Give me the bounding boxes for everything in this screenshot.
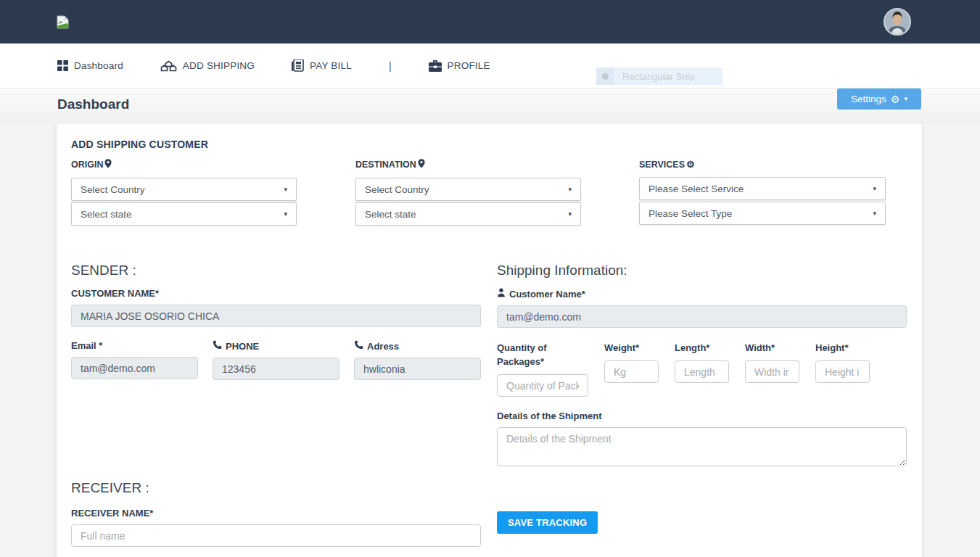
height-input[interactable] xyxy=(815,360,870,383)
width-label: Width* xyxy=(745,341,799,355)
card-title: ADD SHIPPING CUSTOMER xyxy=(71,139,907,150)
chevron-down-icon: ▾ xyxy=(904,96,907,102)
length-label: Length* xyxy=(675,341,729,355)
route-selection-row: ORIGIN Select Country ▾ Select state ▾ D… xyxy=(71,159,907,227)
chevron-down-icon: ▾ xyxy=(284,210,287,218)
receiver-section: RECEIVER : RECEIVER NAME* xyxy=(71,480,481,547)
address-field[interactable] xyxy=(354,358,481,380)
origin-country-select[interactable]: Select Country ▾ xyxy=(71,178,297,201)
shipping-customer-name-input[interactable] xyxy=(497,305,907,328)
chevron-down-icon: ▾ xyxy=(873,210,876,217)
bill-icon xyxy=(292,59,304,72)
snip-label: Rectangular Snip xyxy=(622,71,695,82)
nav-item-dashboard[interactable]: Dashboard xyxy=(57,60,123,71)
rectangular-snip-overlay: Rectangular Snip xyxy=(596,67,722,85)
receiver-name-label: RECEIVER NAME* xyxy=(71,508,481,519)
destination-label: DESTINATION xyxy=(355,159,581,170)
phone-field[interactable] xyxy=(213,358,339,380)
nav-label: ADD SHIPPING xyxy=(183,60,255,71)
nav-item-add-shipping[interactable]: ADD SHIPPING xyxy=(160,59,255,72)
service-type-select[interactable]: Please Select Type ▾ xyxy=(639,202,886,225)
length-field-cell: Length* xyxy=(675,341,729,397)
nav-item-pay-bill[interactable]: PAY BILL xyxy=(292,59,352,72)
nav-item-profile[interactable]: PROFILE xyxy=(429,60,490,72)
shipping-info-title: Shipping Information: xyxy=(497,263,907,278)
chevron-down-icon: ▾ xyxy=(568,210,572,218)
services-column: SERVICES ⚙ Please Select Service ▾ Pleas… xyxy=(639,159,886,227)
cubes-icon xyxy=(160,59,177,72)
phone-icon xyxy=(213,340,222,352)
gear-icon: ⚙ xyxy=(686,159,695,170)
address-label: Adress xyxy=(354,340,481,352)
broken-image-icon xyxy=(57,15,69,29)
width-input[interactable] xyxy=(745,360,799,383)
chevron-down-icon: ▾ xyxy=(568,186,572,193)
destination-column: DESTINATION Select Country ▾ Select stat… xyxy=(355,159,581,227)
gear-icon: ⚙ xyxy=(891,94,900,104)
shipping-customer-name-label: Customer Name* xyxy=(497,288,907,300)
person-icon xyxy=(497,288,506,300)
services-label: SERVICES ⚙ xyxy=(639,159,886,170)
phone-icon xyxy=(354,340,363,352)
phone-label: PHONE xyxy=(213,340,339,352)
phone-field-cell: PHONE xyxy=(213,340,339,380)
height-field-cell: Height* xyxy=(815,341,870,397)
email-field-cell: Email * xyxy=(71,340,198,380)
map-pin-icon xyxy=(104,159,112,170)
email-field[interactable] xyxy=(71,357,198,379)
destination-state-select[interactable]: Select state ▾ xyxy=(355,202,581,226)
settings-button-label: Settings xyxy=(851,94,886,104)
weight-label: Weight* xyxy=(604,341,659,355)
nav-label: PROFILE xyxy=(448,60,490,71)
customer-name-label: CUSTOMER NAME* xyxy=(71,288,481,299)
quantity-label: Quantity of Packages* xyxy=(497,341,588,368)
add-shipping-card: ADD SHIPPING CUSTOMER ORIGIN Select Coun… xyxy=(57,124,922,557)
sender-customer-name-input[interactable] xyxy=(71,305,481,327)
length-input[interactable] xyxy=(675,360,729,383)
height-label: Height* xyxy=(815,341,870,355)
receiver-title: RECEIVER : xyxy=(71,480,481,496)
shipping-info-column: Shipping Information: Customer Name* Qua… xyxy=(497,263,907,547)
receiver-name-input[interactable] xyxy=(71,524,481,547)
page-title: Dashboard xyxy=(57,96,129,112)
weight-input[interactable] xyxy=(604,360,659,383)
map-pin-icon xyxy=(418,159,425,170)
nav-separator: | xyxy=(389,60,392,72)
briefcase-icon xyxy=(429,60,442,72)
nav-label: PAY BILL xyxy=(310,60,352,71)
sender-column: SENDER : CUSTOMER NAME* Email * xyxy=(71,263,481,547)
quantity-field-cell: Quantity of Packages* xyxy=(497,341,588,397)
sender-title: SENDER : xyxy=(71,263,481,278)
chevron-down-icon: ▾ xyxy=(873,185,876,192)
settings-button[interactable]: Settings ⚙ ▾ xyxy=(837,88,921,110)
destination-country-select[interactable]: Select Country ▾ xyxy=(355,178,581,201)
details-textarea[interactable] xyxy=(497,427,907,466)
top-header xyxy=(0,0,980,44)
email-label: Email * xyxy=(71,340,198,351)
user-avatar[interactable] xyxy=(884,8,911,36)
sender-contact-row: Email * PHONE xyxy=(71,340,481,380)
origin-state-select[interactable]: Select state ▾ xyxy=(71,202,297,226)
width-field-cell: Width* xyxy=(745,341,799,397)
form-columns: SENDER : CUSTOMER NAME* Email * xyxy=(71,263,907,547)
weight-field-cell: Weight* xyxy=(604,341,659,397)
chevron-down-icon: ▾ xyxy=(284,186,287,193)
quantity-input[interactable] xyxy=(497,374,588,397)
origin-column: ORIGIN Select Country ▾ Select state ▾ xyxy=(71,159,297,227)
nav-label: Dashboard xyxy=(74,60,123,71)
origin-label: ORIGIN xyxy=(71,159,297,170)
address-field-cell: Adress xyxy=(354,340,481,380)
page-header-strip: Dashboard Settings ⚙ ▾ xyxy=(0,88,980,124)
save-tracking-button[interactable]: SAVE TRACKING xyxy=(497,511,598,534)
main-nav: Dashboard ADD SHIPPING PAY BILL xyxy=(0,44,980,88)
snip-mode-icon xyxy=(596,67,614,85)
grid-icon xyxy=(57,60,68,71)
details-label: Details of the Shipment xyxy=(497,410,907,421)
dimensions-row: Quantity of Packages* Weight* Length* Wi… xyxy=(497,341,907,397)
service-select[interactable]: Please Select Service ▾ xyxy=(639,177,886,200)
